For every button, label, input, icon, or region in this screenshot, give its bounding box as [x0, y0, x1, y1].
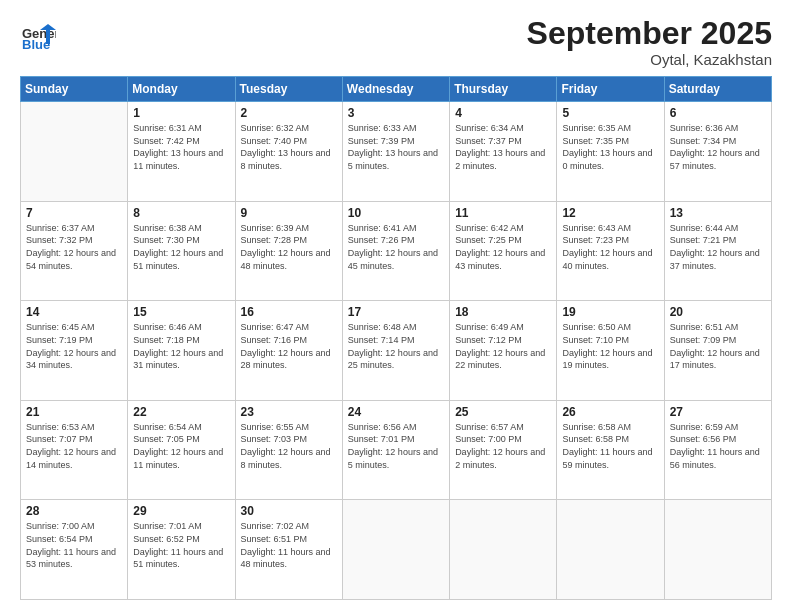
- day-info: Sunrise: 6:58 AMSunset: 6:58 PMDaylight:…: [562, 421, 658, 471]
- day-number: 5: [562, 106, 658, 120]
- day-cell: 21Sunrise: 6:53 AMSunset: 7:07 PMDayligh…: [21, 400, 128, 500]
- day-number: 23: [241, 405, 337, 419]
- day-info: Sunrise: 6:49 AMSunset: 7:12 PMDaylight:…: [455, 321, 551, 371]
- day-number: 14: [26, 305, 122, 319]
- day-number: 13: [670, 206, 766, 220]
- day-info: Sunrise: 6:42 AMSunset: 7:25 PMDaylight:…: [455, 222, 551, 272]
- day-info: Sunrise: 6:46 AMSunset: 7:18 PMDaylight:…: [133, 321, 229, 371]
- header: General Blue September 2025 Oytal, Kazak…: [20, 16, 772, 68]
- day-info: Sunrise: 6:41 AMSunset: 7:26 PMDaylight:…: [348, 222, 444, 272]
- day-cell: 1Sunrise: 6:31 AMSunset: 7:42 PMDaylight…: [128, 102, 235, 202]
- day-number: 20: [670, 305, 766, 319]
- day-cell: 27Sunrise: 6:59 AMSunset: 6:56 PMDayligh…: [664, 400, 771, 500]
- day-info: Sunrise: 6:33 AMSunset: 7:39 PMDaylight:…: [348, 122, 444, 172]
- day-info: Sunrise: 6:59 AMSunset: 6:56 PMDaylight:…: [670, 421, 766, 471]
- week-row-4: 28Sunrise: 7:00 AMSunset: 6:54 PMDayligh…: [21, 500, 772, 600]
- day-cell: 4Sunrise: 6:34 AMSunset: 7:37 PMDaylight…: [450, 102, 557, 202]
- day-info: Sunrise: 6:34 AMSunset: 7:37 PMDaylight:…: [455, 122, 551, 172]
- day-cell: 29Sunrise: 7:01 AMSunset: 6:52 PMDayligh…: [128, 500, 235, 600]
- day-cell: 26Sunrise: 6:58 AMSunset: 6:58 PMDayligh…: [557, 400, 664, 500]
- day-cell: 10Sunrise: 6:41 AMSunset: 7:26 PMDayligh…: [342, 201, 449, 301]
- day-info: Sunrise: 6:36 AMSunset: 7:34 PMDaylight:…: [670, 122, 766, 172]
- day-cell: 2Sunrise: 6:32 AMSunset: 7:40 PMDaylight…: [235, 102, 342, 202]
- col-monday: Monday: [128, 77, 235, 102]
- day-number: 19: [562, 305, 658, 319]
- day-number: 7: [26, 206, 122, 220]
- logo: General Blue: [20, 16, 56, 52]
- day-number: 9: [241, 206, 337, 220]
- col-tuesday: Tuesday: [235, 77, 342, 102]
- day-cell: 5Sunrise: 6:35 AMSunset: 7:35 PMDaylight…: [557, 102, 664, 202]
- day-info: Sunrise: 6:44 AMSunset: 7:21 PMDaylight:…: [670, 222, 766, 272]
- title-block: September 2025 Oytal, Kazakhstan: [527, 16, 772, 68]
- day-info: Sunrise: 6:55 AMSunset: 7:03 PMDaylight:…: [241, 421, 337, 471]
- day-info: Sunrise: 6:39 AMSunset: 7:28 PMDaylight:…: [241, 222, 337, 272]
- day-number: 22: [133, 405, 229, 419]
- day-number: 2: [241, 106, 337, 120]
- calendar-subtitle: Oytal, Kazakhstan: [527, 51, 772, 68]
- day-cell: 7Sunrise: 6:37 AMSunset: 7:32 PMDaylight…: [21, 201, 128, 301]
- day-number: 16: [241, 305, 337, 319]
- day-info: Sunrise: 7:00 AMSunset: 6:54 PMDaylight:…: [26, 520, 122, 570]
- header-row: Sunday Monday Tuesday Wednesday Thursday…: [21, 77, 772, 102]
- day-cell: 19Sunrise: 6:50 AMSunset: 7:10 PMDayligh…: [557, 301, 664, 401]
- day-number: 24: [348, 405, 444, 419]
- day-number: 3: [348, 106, 444, 120]
- calendar-title: September 2025: [527, 16, 772, 51]
- day-info: Sunrise: 6:51 AMSunset: 7:09 PMDaylight:…: [670, 321, 766, 371]
- day-cell: 18Sunrise: 6:49 AMSunset: 7:12 PMDayligh…: [450, 301, 557, 401]
- col-thursday: Thursday: [450, 77, 557, 102]
- day-number: 12: [562, 206, 658, 220]
- col-saturday: Saturday: [664, 77, 771, 102]
- day-info: Sunrise: 6:37 AMSunset: 7:32 PMDaylight:…: [26, 222, 122, 272]
- day-info: Sunrise: 7:01 AMSunset: 6:52 PMDaylight:…: [133, 520, 229, 570]
- day-number: 18: [455, 305, 551, 319]
- day-cell: 9Sunrise: 6:39 AMSunset: 7:28 PMDaylight…: [235, 201, 342, 301]
- day-number: 4: [455, 106, 551, 120]
- day-info: Sunrise: 6:50 AMSunset: 7:10 PMDaylight:…: [562, 321, 658, 371]
- day-cell: [450, 500, 557, 600]
- day-number: 10: [348, 206, 444, 220]
- day-cell: [21, 102, 128, 202]
- week-row-1: 7Sunrise: 6:37 AMSunset: 7:32 PMDaylight…: [21, 201, 772, 301]
- day-cell: 17Sunrise: 6:48 AMSunset: 7:14 PMDayligh…: [342, 301, 449, 401]
- day-info: Sunrise: 6:35 AMSunset: 7:35 PMDaylight:…: [562, 122, 658, 172]
- col-friday: Friday: [557, 77, 664, 102]
- day-number: 1: [133, 106, 229, 120]
- col-sunday: Sunday: [21, 77, 128, 102]
- day-cell: 30Sunrise: 7:02 AMSunset: 6:51 PMDayligh…: [235, 500, 342, 600]
- day-number: 30: [241, 504, 337, 518]
- day-number: 25: [455, 405, 551, 419]
- day-cell: 11Sunrise: 6:42 AMSunset: 7:25 PMDayligh…: [450, 201, 557, 301]
- day-info: Sunrise: 6:48 AMSunset: 7:14 PMDaylight:…: [348, 321, 444, 371]
- day-cell: 3Sunrise: 6:33 AMSunset: 7:39 PMDaylight…: [342, 102, 449, 202]
- day-cell: 25Sunrise: 6:57 AMSunset: 7:00 PMDayligh…: [450, 400, 557, 500]
- day-cell: 13Sunrise: 6:44 AMSunset: 7:21 PMDayligh…: [664, 201, 771, 301]
- day-info: Sunrise: 6:54 AMSunset: 7:05 PMDaylight:…: [133, 421, 229, 471]
- week-row-3: 21Sunrise: 6:53 AMSunset: 7:07 PMDayligh…: [21, 400, 772, 500]
- day-cell: [342, 500, 449, 600]
- logo-icon: General Blue: [20, 16, 56, 52]
- week-row-2: 14Sunrise: 6:45 AMSunset: 7:19 PMDayligh…: [21, 301, 772, 401]
- day-cell: [557, 500, 664, 600]
- day-number: 28: [26, 504, 122, 518]
- day-cell: 12Sunrise: 6:43 AMSunset: 7:23 PMDayligh…: [557, 201, 664, 301]
- day-number: 8: [133, 206, 229, 220]
- day-info: Sunrise: 6:57 AMSunset: 7:00 PMDaylight:…: [455, 421, 551, 471]
- day-cell: 6Sunrise: 6:36 AMSunset: 7:34 PMDaylight…: [664, 102, 771, 202]
- day-info: Sunrise: 6:43 AMSunset: 7:23 PMDaylight:…: [562, 222, 658, 272]
- day-info: Sunrise: 6:38 AMSunset: 7:30 PMDaylight:…: [133, 222, 229, 272]
- day-number: 29: [133, 504, 229, 518]
- page: General Blue September 2025 Oytal, Kazak…: [0, 0, 792, 612]
- day-number: 26: [562, 405, 658, 419]
- day-number: 6: [670, 106, 766, 120]
- day-cell: [664, 500, 771, 600]
- day-cell: 28Sunrise: 7:00 AMSunset: 6:54 PMDayligh…: [21, 500, 128, 600]
- day-cell: 16Sunrise: 6:47 AMSunset: 7:16 PMDayligh…: [235, 301, 342, 401]
- calendar-table: Sunday Monday Tuesday Wednesday Thursday…: [20, 76, 772, 600]
- day-info: Sunrise: 6:53 AMSunset: 7:07 PMDaylight:…: [26, 421, 122, 471]
- day-cell: 24Sunrise: 6:56 AMSunset: 7:01 PMDayligh…: [342, 400, 449, 500]
- day-number: 17: [348, 305, 444, 319]
- day-cell: 20Sunrise: 6:51 AMSunset: 7:09 PMDayligh…: [664, 301, 771, 401]
- col-wednesday: Wednesday: [342, 77, 449, 102]
